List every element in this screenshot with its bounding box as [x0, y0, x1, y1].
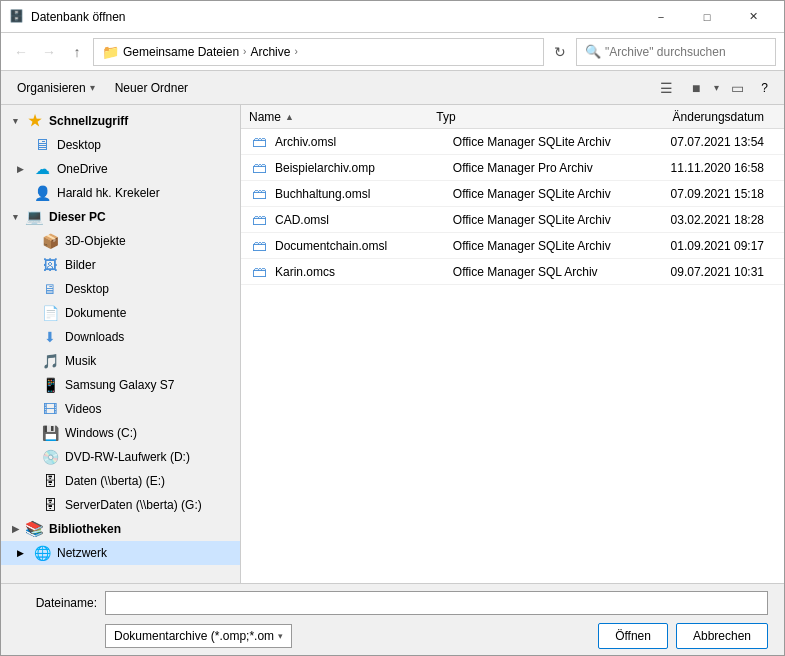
file-date: 11.11.2020 16:58 — [631, 161, 776, 175]
sidebar-item-datene[interactable]: 🗄 Daten (\\berta) (E:) — [1, 469, 240, 493]
view-details-button[interactable]: ☰ — [652, 75, 680, 101]
dvd-icon: 💿 — [41, 448, 59, 466]
path-icon: 📁 — [102, 44, 119, 60]
title-text: Datenbank öffnen — [31, 10, 638, 24]
col-name-header[interactable]: Name ▲ — [249, 110, 436, 124]
file-row[interactable]: 🗃 Archiv.omsl Office Manager SQLite Arch… — [241, 129, 784, 155]
title-icon: 🗄️ — [9, 9, 25, 25]
desktop-icon: 🖥 — [33, 136, 51, 154]
path-part-1[interactable]: Gemeinsame Dateien — [123, 45, 239, 59]
filename-label: Dateiname: — [17, 596, 97, 610]
filename-input[interactable] — [105, 591, 768, 615]
file-type: Office Manager SQLite Archiv — [453, 213, 631, 227]
sidebar-item-bilder[interactable]: 🖼 Bilder — [1, 253, 240, 277]
col-date-header[interactable]: Änderungsdatum — [624, 110, 776, 124]
view-pane-button[interactable]: ▭ — [723, 75, 751, 101]
sidebar-item-windowsc[interactable]: 💾 Windows (C:) — [1, 421, 240, 445]
sidebar-item-dokumente[interactable]: 📄 Dokumente — [1, 301, 240, 325]
toolbar: Organisieren ▾ Neuer Ordner ☰ ■ ▾ ▭ ? — [1, 71, 784, 105]
sidebar-downloads-label: Downloads — [65, 330, 124, 344]
sidebar-item-3dobjects[interactable]: 📦 3D-Objekte — [1, 229, 240, 253]
file-date: 07.07.2021 13:54 — [631, 135, 776, 149]
file-row[interactable]: 🗃 Buchhaltung.omsl Office Manager SQLite… — [241, 181, 784, 207]
maximize-button[interactable]: □ — [684, 1, 730, 33]
search-input[interactable] — [605, 45, 767, 59]
sidebar-item-musik[interactable]: 🎵 Musik — [1, 349, 240, 373]
file-name: Karin.omcs — [275, 265, 453, 279]
file-name: Archiv.omsl — [275, 135, 453, 149]
help-button[interactable]: ? — [753, 75, 776, 101]
quick-access-label: Schnellzugriff — [49, 114, 128, 128]
file-row[interactable]: 🗃 CAD.omsl Office Manager SQLite Archiv … — [241, 207, 784, 233]
file-icon: 🗃 — [249, 184, 269, 204]
view-buttons: ☰ ■ ▾ ▭ ? — [652, 75, 776, 101]
bottom-actions: Dokumentarchive (*.omp;*.om ▾ — [105, 624, 590, 648]
filetype-dropdown[interactable]: Dokumentarchive (*.omp;*.om ▾ — [105, 624, 292, 648]
musik-icon: 🎵 — [41, 352, 59, 370]
help-label: ? — [761, 81, 768, 95]
this-pc-expand-icon: ▾ — [9, 211, 21, 223]
address-path[interactable]: 📁 Gemeinsame Dateien › Archive › — [93, 38, 544, 66]
sidebar-item-dvd[interactable]: 💿 DVD-RW-Laufwerk (D:) — [1, 445, 240, 469]
forward-button[interactable]: → — [37, 40, 61, 64]
file-row[interactable]: 🗃 Beispielarchiv.omp Office Manager Pro … — [241, 155, 784, 181]
sidebar-item-user[interactable]: 👤 Harald hk. Krekeler — [1, 181, 240, 205]
sidebar-item-network[interactable]: ▶ 🌐 Netzwerk — [1, 541, 240, 565]
file-icon: 🗃 — [249, 262, 269, 282]
file-rows-container: 🗃 Archiv.omsl Office Manager SQLite Arch… — [241, 129, 784, 285]
refresh-button[interactable]: ↻ — [548, 40, 572, 64]
minimize-button[interactable]: − — [638, 1, 684, 33]
sidebar-libraries-label: Bibliotheken — [49, 522, 121, 536]
path-separator-2: › — [294, 46, 297, 57]
phone-icon: 📱 — [41, 376, 59, 394]
serverdaten-icon: 🗄 — [41, 496, 59, 514]
view-list-button[interactable]: ■ — [682, 75, 710, 101]
search-box: 🔍 — [576, 38, 776, 66]
downloads-icon: ⬇ — [41, 328, 59, 346]
sidebar-dokumente-label: Dokumente — [65, 306, 126, 320]
sidebar-this-pc-label: Dieser PC — [49, 210, 106, 224]
file-type: Office Manager SQLite Archiv — [453, 187, 631, 201]
sidebar-item-phone[interactable]: 📱 Samsung Galaxy S7 — [1, 373, 240, 397]
organize-button[interactable]: Organisieren ▾ — [9, 75, 103, 101]
sidebar-item-onedrive[interactable]: ▶ ☁ OneDrive — [1, 157, 240, 181]
sidebar-item-downloads[interactable]: ⬇ Downloads — [1, 325, 240, 349]
sidebar-libraries-header[interactable]: ▶ 📚 Bibliotheken — [1, 517, 240, 541]
col-type-header[interactable]: Typ — [436, 110, 623, 124]
sidebar-item-videos[interactable]: 🎞 Videos — [1, 397, 240, 421]
file-type: Office Manager Pro Archiv — [453, 161, 631, 175]
desktop2-icon: 🖥 — [41, 280, 59, 298]
organize-label: Organisieren — [17, 81, 86, 95]
address-bar: ← → ↑ 📁 Gemeinsame Dateien › Archive › ↻… — [1, 33, 784, 71]
title-bar-controls: − □ ✕ — [638, 1, 776, 33]
3dobjects-icon: 📦 — [41, 232, 59, 250]
sort-arrow: ▲ — [285, 112, 294, 122]
cancel-button[interactable]: Abbrechen — [676, 623, 768, 649]
sidebar-this-pc-header[interactable]: ▾ 💻 Dieser PC — [1, 205, 240, 229]
file-row[interactable]: 🗃 Karin.omcs Office Manager SQL Archiv 0… — [241, 259, 784, 285]
sidebar-quick-access-header[interactable]: ▾ ★ Schnellzugriff — [1, 109, 240, 133]
file-row[interactable]: 🗃 Documentchain.omsl Office Manager SQLi… — [241, 233, 784, 259]
bilder-icon: 🖼 — [41, 256, 59, 274]
sidebar-desktop-label: Desktop — [57, 138, 101, 152]
new-folder-button[interactable]: Neuer Ordner — [107, 75, 196, 101]
back-button[interactable]: ← — [9, 40, 33, 64]
file-type: Office Manager SQLite Archiv — [453, 135, 631, 149]
open-button[interactable]: Öffnen — [598, 623, 668, 649]
filetype-dropdown-arrow: ▾ — [278, 631, 283, 641]
sidebar-datene-label: Daten (\\berta) (E:) — [65, 474, 165, 488]
up-button[interactable]: ↑ — [65, 40, 89, 64]
network-icon: 🌐 — [33, 544, 51, 562]
quick-access-icon: ★ — [25, 112, 43, 130]
sidebar-item-serverdaten[interactable]: 🗄 ServerDaten (\\berta) (G:) — [1, 493, 240, 517]
organize-dropdown-icon: ▾ — [90, 82, 95, 93]
file-date: 09.07.2021 10:31 — [631, 265, 776, 279]
close-button[interactable]: ✕ — [730, 1, 776, 33]
path-part-2[interactable]: Archive — [250, 45, 290, 59]
path-separator-1: › — [243, 46, 246, 57]
file-icon: 🗃 — [249, 132, 269, 152]
file-name: Beispielarchiv.omp — [275, 161, 453, 175]
sidebar-item-desktop2[interactable]: 🖥 Desktop — [1, 277, 240, 301]
sidebar-item-desktop[interactable]: 🖥 Desktop — [1, 133, 240, 157]
view-separator: ▾ — [712, 82, 721, 93]
